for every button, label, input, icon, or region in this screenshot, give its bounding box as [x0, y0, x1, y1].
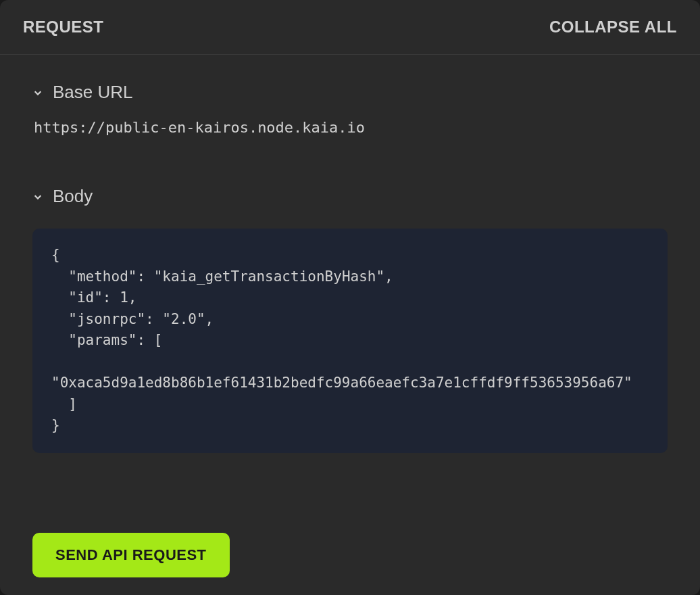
panel-header: REQUEST COLLAPSE ALL: [0, 0, 700, 55]
panel-content: Base URL https://public-en-kairos.node.k…: [0, 55, 700, 595]
body-section: Body { "method": "kaia_getTransactionByH…: [32, 186, 668, 453]
panel-title: REQUEST: [23, 18, 104, 37]
base-url-section-header[interactable]: Base URL: [32, 82, 668, 103]
request-body-code: { "method": "kaia_getTransactionByHash",…: [32, 229, 668, 453]
base-url-value: https://public-en-kairos.node.kaia.io: [32, 119, 668, 136]
request-panel: REQUEST COLLAPSE ALL Base URL https://pu…: [0, 0, 700, 595]
body-section-title: Body: [53, 186, 93, 207]
collapse-all-button[interactable]: COLLAPSE ALL: [549, 18, 677, 37]
body-section-header[interactable]: Body: [32, 186, 668, 207]
chevron-down-icon: [32, 87, 43, 98]
send-api-request-button[interactable]: SEND API REQUEST: [32, 533, 230, 577]
base-url-section-title: Base URL: [53, 82, 133, 103]
action-area: SEND API REQUEST: [32, 506, 668, 577]
base-url-section: Base URL https://public-en-kairos.node.k…: [32, 82, 668, 164]
chevron-down-icon: [32, 191, 43, 202]
